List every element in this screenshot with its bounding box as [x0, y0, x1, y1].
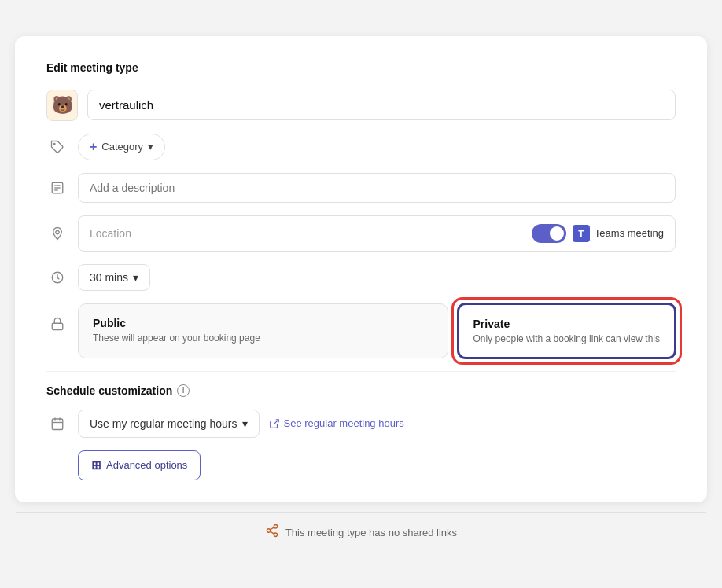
main-card: Edit meeting type 🐻 + Category ▾ [15, 36, 707, 502]
chevron-down-icon: ▾ [148, 141, 153, 153]
description-icon [50, 180, 65, 196]
svg-line-14 [273, 419, 278, 424]
info-icon: i [177, 384, 190, 397]
private-card-wrapper: Private Only people with a booking link … [458, 303, 676, 358]
private-card-desc: Only people with a booking link can view… [473, 333, 660, 344]
svg-point-5 [56, 230, 60, 234]
footer-text: This meeting type has no shared links [285, 527, 457, 538]
emoji-avatar: 🐻 [46, 90, 78, 121]
page-title: Edit meeting type [46, 61, 676, 74]
advanced-options-container: ⊞ Advanced options [78, 450, 676, 480]
visibility-cards: Public These will appear on your booking… [78, 303, 676, 358]
svg-rect-9 [52, 323, 63, 329]
public-card-desc: These will appear on your booking page [93, 333, 433, 344]
schedule-row: Use my regular meeting hours ▾ See regul… [46, 410, 676, 438]
advanced-options-label: Advanced options [106, 459, 187, 471]
svg-rect-10 [52, 419, 63, 430]
location-icon [50, 226, 65, 241]
svg-point-17 [274, 533, 278, 537]
svg-point-0 [54, 143, 56, 145]
desc-icon-col [46, 180, 68, 196]
location-icon-col [46, 226, 68, 241]
svg-text:T: T [578, 228, 584, 239]
teams-icon: T [573, 225, 590, 242]
calendar-icon [50, 416, 65, 432]
schedule-select[interactable]: Use my regular meeting hours ▾ [78, 410, 260, 438]
calendar-icon-col [46, 416, 68, 432]
description-row [46, 173, 676, 203]
location-right: T Teams meeting [532, 224, 664, 243]
teams-meeting-label: Teams meeting [595, 227, 664, 239]
location-placeholder: Location [90, 227, 131, 240]
share-icon [265, 524, 279, 542]
category-label: Category [101, 141, 143, 153]
plus-square-icon: ⊞ [91, 458, 101, 472]
footer: This meeting type has no shared links [16, 512, 706, 553]
description-input[interactable] [78, 173, 676, 203]
clock-icon [50, 270, 65, 285]
visibility-row: Public These will appear on your booking… [46, 303, 676, 358]
public-card-title: Public [93, 317, 433, 329]
schedule-section-label: Schedule customization [46, 384, 172, 397]
advanced-options-button[interactable]: ⊞ Advanced options [78, 450, 201, 480]
svg-line-19 [270, 527, 274, 529]
svg-point-16 [267, 528, 271, 532]
clock-icon-col [46, 270, 68, 285]
name-row: 🐻 [46, 90, 676, 121]
duration-select[interactable]: 30 mins ▾ [78, 264, 150, 291]
plus-icon: + [90, 140, 97, 154]
duration-chevron-icon: ▾ [133, 271, 138, 284]
tag-icon [50, 139, 65, 155]
duration-row: 30 mins ▾ [46, 264, 676, 291]
tag-icon-col [46, 139, 68, 155]
meeting-name-input[interactable] [87, 90, 676, 120]
private-card-title: Private [473, 318, 660, 330]
see-hours-label: See regular meeting hours [284, 417, 404, 429]
svg-point-15 [274, 524, 278, 528]
see-hours-link[interactable]: See regular meeting hours [269, 417, 404, 429]
lock-icon [50, 316, 65, 332]
lock-icon-col [46, 316, 68, 332]
svg-line-18 [270, 531, 274, 534]
schedule-select-value: Use my regular meeting hours [90, 417, 238, 430]
teams-toggle[interactable] [532, 224, 566, 243]
link-out-icon [269, 418, 280, 429]
category-row: + Category ▾ [46, 134, 676, 160]
duration-value: 30 mins [90, 271, 128, 284]
teams-label-group: T Teams meeting [573, 225, 664, 242]
private-card[interactable]: Private Only people with a booking link … [458, 303, 676, 358]
location-row: Location T Teams meeting [46, 215, 676, 252]
schedule-section: Schedule customization i [46, 384, 676, 397]
schedule-chevron-icon: ▾ [242, 417, 248, 430]
divider [46, 371, 676, 372]
category-button[interactable]: + Category ▾ [78, 134, 165, 160]
public-card[interactable]: Public These will appear on your booking… [78, 303, 448, 358]
